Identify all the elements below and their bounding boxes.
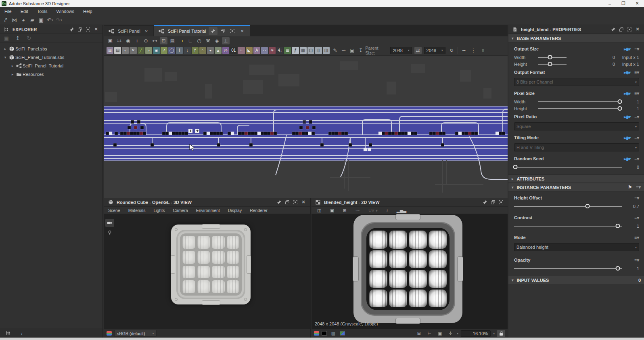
info-icon[interactable]: i xyxy=(18,330,26,337)
maximize-icon[interactable] xyxy=(228,27,237,35)
blur-node-icon[interactable]: ◑ xyxy=(145,47,152,54)
pin-icon[interactable] xyxy=(68,26,76,33)
preset-menu-icon[interactable]: ≡▾ xyxy=(634,114,639,120)
save-image-icon[interactable]: ▣ xyxy=(326,206,338,214)
menu-edit[interactable]: Edit xyxy=(16,9,33,14)
link-size-icon[interactable]: ⇄ xyxy=(414,47,422,54)
view-2d-viewport[interactable]: 2048 x 2048 (Grayscale, 16bpc) xyxy=(312,214,508,329)
float-icon[interactable] xyxy=(489,199,497,206)
close-button[interactable]: ✕ xyxy=(630,0,644,7)
gradient-editor-node-icon[interactable]: ≈ xyxy=(238,47,245,54)
colorspace-select[interactable]: sRGB (default)▾ xyxy=(114,330,157,337)
pin-icon[interactable] xyxy=(481,199,489,206)
expose-icon[interactable]: ▸◉▾ xyxy=(624,157,630,161)
preset-menu-icon[interactable]: ≡▾ xyxy=(634,235,639,240)
graph-item-node-icon[interactable]: ▯ xyxy=(315,47,322,54)
preset-menu-icon[interactable]: ≡▾ xyxy=(634,195,639,201)
expose-icon[interactable]: ▸◉▾ xyxy=(624,47,630,51)
reload-icon[interactable]: ↻ xyxy=(25,34,33,42)
graph-canvas[interactable] xyxy=(104,56,508,198)
select-nodes-icon[interactable]: ⊡ xyxy=(160,37,167,44)
info-icon[interactable]: i xyxy=(383,206,392,214)
uniform-gradient-node-icon[interactable]: ◣ xyxy=(246,47,253,54)
close-icon[interactable]: ✕ xyxy=(92,26,100,33)
background-swatch[interactable] xyxy=(322,331,327,336)
color-profile-icon[interactable] xyxy=(314,331,319,336)
chevron-icon[interactable]: ▸ xyxy=(10,64,15,68)
view-3d-viewport[interactable] xyxy=(104,214,310,329)
expose-icon[interactable]: ▸◉▾ xyxy=(624,115,630,119)
ruler-icon[interactable]: ⊢ xyxy=(425,330,433,337)
undo-button[interactable]: ↶▾ xyxy=(46,16,54,24)
value-processor-node-icon[interactable]: ▢ xyxy=(307,47,314,54)
close-icon[interactable]: ✕ xyxy=(299,199,307,206)
ambient-occlusion-node-icon[interactable]: ● xyxy=(207,47,214,54)
vector-morph-node-icon[interactable]: Y xyxy=(192,47,199,54)
histogram-icon[interactable]: ▂▅▃ xyxy=(393,206,410,214)
light-icon[interactable] xyxy=(105,229,114,237)
export-icon[interactable]: ↥ xyxy=(14,34,22,42)
split-view-button[interactable]: ⋈ xyxy=(10,16,19,24)
random-seed-slider[interactable] xyxy=(514,164,622,170)
expose-icon[interactable]: ▸◉▾ xyxy=(624,91,630,96)
align-panel-icon[interactable]: ▤ xyxy=(169,37,176,44)
restore-button[interactable]: ❐ xyxy=(617,0,630,7)
tab-scifi-panel[interactable]: SciFi Panel ✕ xyxy=(104,26,153,36)
height-to-normal-node-icon[interactable]: ↓ xyxy=(184,47,190,54)
pixel-processor-node-icon[interactable]: ▥ xyxy=(300,47,307,54)
anchor-icon[interactable]: ↧ xyxy=(357,47,364,54)
pair-icon[interactable]: ▪▪ xyxy=(460,47,468,54)
tools-icon[interactable]: ⚒ xyxy=(204,37,212,44)
pan-icon[interactable]: ✛ xyxy=(446,330,454,337)
preset-menu-icon[interactable]: ≡▾ xyxy=(634,258,639,263)
camera-icon[interactable] xyxy=(105,219,114,227)
pixel-ratio-select[interactable]: Square▾ xyxy=(514,122,639,130)
pin-node-icon[interactable]: ⊸ xyxy=(340,47,347,54)
image-preview-icon[interactable] xyxy=(340,331,345,336)
reset-size-icon[interactable]: ↻ xyxy=(448,47,455,54)
link-mode-icon[interactable]: ⊶ xyxy=(151,37,159,44)
section-base-parameters[interactable]: ▾BASE PARAMETERS xyxy=(508,34,644,42)
dot-node-icon[interactable]: ∴ xyxy=(199,47,206,54)
contrast-slider[interactable] xyxy=(514,223,622,229)
pin-icon[interactable] xyxy=(275,199,283,206)
section-instance-parameters[interactable]: ▾INSTANCE PARAMETERS ⚑≡▾ xyxy=(508,183,644,191)
snapshot-icon[interactable]: ◉ xyxy=(124,37,132,44)
opacity-slider[interactable] xyxy=(514,266,622,271)
hierarchy-icon[interactable] xyxy=(4,330,12,337)
float-icon[interactable] xyxy=(283,199,291,206)
svg-node-icon[interactable]: ▤ xyxy=(114,47,121,54)
float-icon[interactable] xyxy=(617,26,625,33)
menu-tools[interactable]: Tools xyxy=(33,9,52,14)
float-icon[interactable] xyxy=(76,26,84,33)
tree-item-scifi-panel-tutorial-sbs[interactable]: ▾SciFi_Panel_Tutorial.sbs xyxy=(0,53,102,61)
search-icon[interactable]: ⊙ xyxy=(142,37,150,44)
link-node-icon[interactable]: ⊶ xyxy=(351,206,364,214)
tree-item-scifi-panel-sbs[interactable]: ▸SciFi_Panel.sbs xyxy=(0,44,102,53)
3d-menu-renderer[interactable]: Renderer xyxy=(246,208,272,213)
output-size-width-slider[interactable] xyxy=(538,55,567,60)
pixel-size-width-slider[interactable] xyxy=(538,99,622,105)
expose-icon[interactable]: ▸◉▾ xyxy=(624,136,630,140)
curve-node-icon[interactable]: ╱ xyxy=(138,47,144,54)
section-attributes[interactable]: ▸ATTRIBUTES xyxy=(508,174,644,183)
tree-item-scifi-panel-tutorial[interactable]: ▸SciFi_Panel_Tutorial xyxy=(0,61,102,70)
expose-icon[interactable]: ▸◉▾ xyxy=(624,70,630,75)
minimize-button[interactable]: – xyxy=(603,0,617,7)
svg-shape-node-icon[interactable]: ‹› xyxy=(261,47,268,54)
copy-image-icon[interactable]: ⊞ xyxy=(339,206,351,214)
3d-menu-lights[interactable]: Lights xyxy=(149,208,169,213)
new-package-button[interactable]: ◕ xyxy=(19,16,27,24)
channel-shuffle-node-icon[interactable]: ✕ xyxy=(130,47,136,54)
close-icon[interactable]: ✕ xyxy=(634,26,642,33)
menu-file[interactable]: File xyxy=(0,9,16,14)
tiling-mode-select[interactable]: H and V Tiling▾ xyxy=(514,143,639,151)
save-all-icon[interactable]: ▣ xyxy=(2,34,10,42)
share-button[interactable]: ⤤ xyxy=(2,16,10,24)
section-input-values[interactable]: ▾INPUT VALUES 0 xyxy=(508,276,644,284)
directional-warp-node-icon[interactable]: ↗ xyxy=(161,47,167,54)
3d-menu-materials[interactable]: Materials xyxy=(124,208,150,213)
open-button[interactable]: ▰ xyxy=(28,16,36,24)
tiling-grid-icon[interactable]: ⊞ xyxy=(415,330,423,337)
tile-sampler-node-icon[interactable]: ▦ xyxy=(284,47,291,54)
